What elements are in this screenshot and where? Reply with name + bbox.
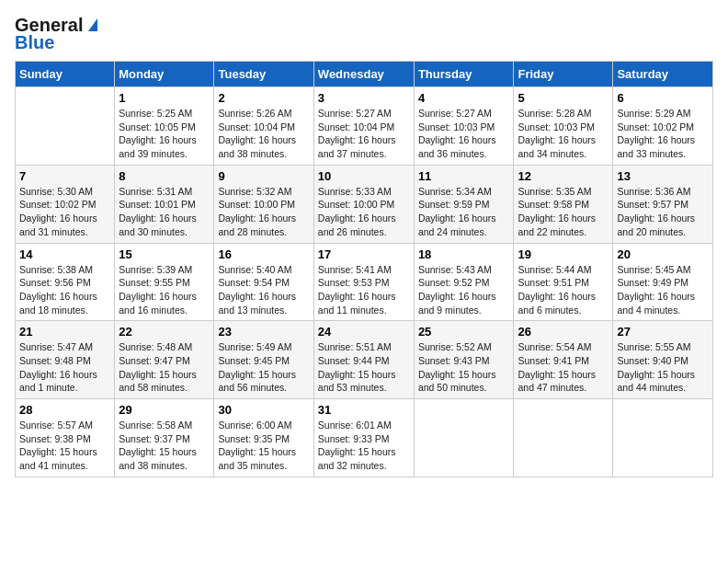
calendar-cell: 2Sunrise: 5:26 AM Sunset: 10:04 PM Dayli…: [214, 87, 313, 166]
day-info: Sunrise: 5:36 AM Sunset: 9:57 PM Dayligh…: [617, 185, 709, 239]
header: General Blue: [15, 15, 713, 53]
day-number: 2: [218, 91, 309, 105]
day-info: Sunrise: 5:38 AM Sunset: 9:56 PM Dayligh…: [19, 263, 110, 317]
day-info: Sunrise: 5:29 AM Sunset: 10:02 PM Daylig…: [617, 107, 709, 161]
calendar-cell: 5Sunrise: 5:28 AM Sunset: 10:03 PM Dayli…: [514, 87, 613, 166]
calendar-cell: 24Sunrise: 5:51 AM Sunset: 9:44 PM Dayli…: [313, 321, 414, 399]
calendar-cell: 1Sunrise: 5:25 AM Sunset: 10:05 PM Dayli…: [115, 87, 214, 166]
week-row-1: 1Sunrise: 5:25 AM Sunset: 10:05 PM Dayli…: [16, 87, 713, 166]
day-number: 22: [119, 325, 210, 339]
calendar-cell: 3Sunrise: 5:27 AM Sunset: 10:04 PM Dayli…: [313, 87, 414, 166]
day-info: Sunrise: 6:00 AM Sunset: 9:35 PM Dayligh…: [218, 419, 309, 473]
header-saturday: Saturday: [613, 62, 713, 87]
day-info: Sunrise: 5:30 AM Sunset: 10:02 PM Daylig…: [19, 185, 110, 239]
day-number: 15: [119, 247, 210, 261]
header-friday: Friday: [514, 62, 613, 87]
logo: General Blue: [15, 15, 97, 53]
calendar-cell: [613, 399, 713, 477]
calendar-cell: 12Sunrise: 5:35 AM Sunset: 9:58 PM Dayli…: [514, 165, 613, 243]
header-monday: Monday: [115, 62, 214, 87]
day-info: Sunrise: 5:28 AM Sunset: 10:03 PM Daylig…: [518, 107, 609, 161]
calendar-table: SundayMondayTuesdayWednesdayThursdayFrid…: [15, 61, 713, 477]
day-number: 9: [218, 169, 309, 183]
week-row-2: 7Sunrise: 5:30 AM Sunset: 10:02 PM Dayli…: [16, 165, 713, 243]
day-info: Sunrise: 5:27 AM Sunset: 10:03 PM Daylig…: [418, 107, 510, 161]
header-thursday: Thursday: [414, 62, 514, 87]
day-info: Sunrise: 5:41 AM Sunset: 9:53 PM Dayligh…: [318, 263, 410, 317]
day-info: Sunrise: 5:57 AM Sunset: 9:38 PM Dayligh…: [19, 419, 110, 473]
day-info: Sunrise: 5:54 AM Sunset: 9:41 PM Dayligh…: [518, 340, 609, 395]
calendar-cell: 30Sunrise: 6:00 AM Sunset: 9:35 PM Dayli…: [214, 399, 313, 477]
calendar-cell: 13Sunrise: 5:36 AM Sunset: 9:57 PM Dayli…: [613, 165, 713, 243]
calendar-cell: 4Sunrise: 5:27 AM Sunset: 10:03 PM Dayli…: [414, 87, 514, 166]
calendar-cell: 9Sunrise: 5:32 AM Sunset: 10:00 PM Dayli…: [214, 165, 313, 243]
calendar-cell: 26Sunrise: 5:54 AM Sunset: 9:41 PM Dayli…: [514, 321, 613, 399]
header-wednesday: Wednesday: [313, 62, 414, 87]
day-number: 21: [19, 325, 110, 339]
day-number: 13: [617, 169, 709, 183]
day-info: Sunrise: 5:43 AM Sunset: 9:52 PM Dayligh…: [418, 263, 510, 317]
day-number: 29: [119, 403, 210, 417]
day-number: 31: [318, 403, 410, 417]
calendar-cell: 31Sunrise: 6:01 AM Sunset: 9:33 PM Dayli…: [313, 399, 414, 477]
week-row-3: 14Sunrise: 5:38 AM Sunset: 9:56 PM Dayli…: [16, 243, 713, 321]
day-number: 14: [19, 247, 110, 261]
logo-icon: [88, 18, 97, 31]
day-number: 28: [19, 403, 110, 417]
day-number: 8: [119, 169, 210, 183]
day-number: 6: [617, 91, 709, 105]
calendar-cell: [414, 399, 514, 477]
calendar-cell: 29Sunrise: 5:58 AM Sunset: 9:37 PM Dayli…: [115, 399, 214, 477]
day-info: Sunrise: 5:45 AM Sunset: 9:49 PM Dayligh…: [617, 263, 709, 317]
calendar-cell: [514, 399, 613, 477]
day-info: Sunrise: 5:49 AM Sunset: 9:45 PM Dayligh…: [218, 340, 309, 395]
day-info: Sunrise: 5:32 AM Sunset: 10:00 PM Daylig…: [218, 185, 309, 239]
day-info: Sunrise: 5:39 AM Sunset: 9:55 PM Dayligh…: [119, 263, 210, 317]
calendar-cell: 7Sunrise: 5:30 AM Sunset: 10:02 PM Dayli…: [16, 165, 115, 243]
day-number: 7: [19, 169, 110, 183]
day-number: 25: [418, 325, 510, 339]
logo-blue: Blue: [15, 32, 54, 53]
calendar-cell: [16, 87, 115, 166]
calendar-cell: 28Sunrise: 5:57 AM Sunset: 9:38 PM Dayli…: [16, 399, 115, 477]
day-number: 17: [318, 247, 410, 261]
week-row-5: 28Sunrise: 5:57 AM Sunset: 9:38 PM Dayli…: [16, 399, 713, 477]
day-number: 10: [318, 169, 410, 183]
calendar-cell: 15Sunrise: 5:39 AM Sunset: 9:55 PM Dayli…: [115, 243, 214, 321]
day-info: Sunrise: 5:47 AM Sunset: 9:48 PM Dayligh…: [19, 340, 110, 395]
calendar-cell: 27Sunrise: 5:55 AM Sunset: 9:40 PM Dayli…: [613, 321, 713, 399]
calendar-cell: 11Sunrise: 5:34 AM Sunset: 9:59 PM Dayli…: [414, 165, 514, 243]
day-number: 5: [518, 91, 609, 105]
day-info: Sunrise: 5:27 AM Sunset: 10:04 PM Daylig…: [318, 107, 410, 161]
calendar-cell: 20Sunrise: 5:45 AM Sunset: 9:49 PM Dayli…: [613, 243, 713, 321]
day-info: Sunrise: 5:55 AM Sunset: 9:40 PM Dayligh…: [617, 340, 709, 395]
day-number: 4: [418, 91, 510, 105]
day-number: 27: [617, 325, 709, 339]
day-number: 23: [218, 325, 309, 339]
day-number: 19: [518, 247, 609, 261]
week-row-4: 21Sunrise: 5:47 AM Sunset: 9:48 PM Dayli…: [16, 321, 713, 399]
day-info: Sunrise: 5:34 AM Sunset: 9:59 PM Dayligh…: [418, 185, 510, 239]
day-number: 20: [617, 247, 709, 261]
day-info: Sunrise: 6:01 AM Sunset: 9:33 PM Dayligh…: [318, 419, 410, 473]
day-number: 12: [518, 169, 609, 183]
calendar-cell: 23Sunrise: 5:49 AM Sunset: 9:45 PM Dayli…: [214, 321, 313, 399]
calendar-cell: 25Sunrise: 5:52 AM Sunset: 9:43 PM Dayli…: [414, 321, 514, 399]
day-info: Sunrise: 5:33 AM Sunset: 10:00 PM Daylig…: [318, 185, 410, 239]
calendar-cell: 22Sunrise: 5:48 AM Sunset: 9:47 PM Dayli…: [115, 321, 214, 399]
day-info: Sunrise: 5:35 AM Sunset: 9:58 PM Dayligh…: [518, 185, 609, 239]
day-number: 30: [218, 403, 309, 417]
calendar-cell: 10Sunrise: 5:33 AM Sunset: 10:00 PM Dayl…: [313, 165, 414, 243]
calendar-cell: 6Sunrise: 5:29 AM Sunset: 10:02 PM Dayli…: [613, 87, 713, 166]
day-info: Sunrise: 5:31 AM Sunset: 10:01 PM Daylig…: [119, 185, 210, 239]
calendar-cell: 19Sunrise: 5:44 AM Sunset: 9:51 PM Dayli…: [514, 243, 613, 321]
day-number: 16: [218, 247, 309, 261]
calendar-cell: 16Sunrise: 5:40 AM Sunset: 9:54 PM Dayli…: [214, 243, 313, 321]
day-info: Sunrise: 5:44 AM Sunset: 9:51 PM Dayligh…: [518, 263, 609, 317]
header-sunday: Sunday: [16, 62, 115, 87]
day-number: 11: [418, 169, 510, 183]
calendar-cell: 17Sunrise: 5:41 AM Sunset: 9:53 PM Dayli…: [313, 243, 414, 321]
day-number: 26: [518, 325, 609, 339]
calendar-cell: 8Sunrise: 5:31 AM Sunset: 10:01 PM Dayli…: [115, 165, 214, 243]
day-info: Sunrise: 5:26 AM Sunset: 10:04 PM Daylig…: [218, 107, 309, 161]
